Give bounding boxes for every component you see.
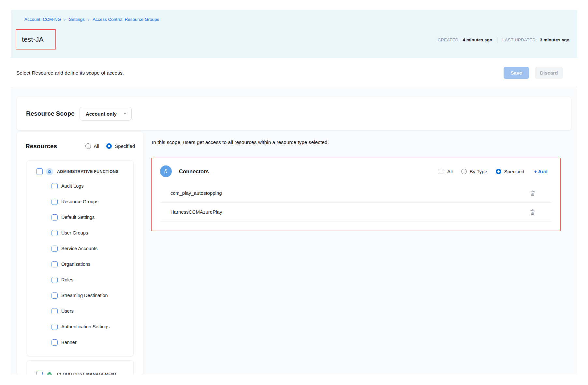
- connectors-radio-by-type[interactable]: By Type: [461, 169, 487, 174]
- group-header: $ CLOUD COST MANAGEMENT: [27, 368, 133, 375]
- connector-name: ccm_play_autostopping: [170, 190, 222, 196]
- radio-unselected-icon[interactable]: [439, 169, 444, 174]
- connectors-radio-all[interactable]: All: [439, 169, 453, 174]
- connectors-rows: ccm_play_autostopping: [160, 184, 551, 221]
- connectors-options: All By Type Specified + Add: [439, 169, 548, 174]
- resource-scope-card: Resource Scope Account only: [17, 97, 571, 130]
- breadcrumb-resource-groups[interactable]: Access Control: Resource Groups: [93, 17, 159, 22]
- resources-panel: Resources All Specified: [17, 132, 143, 375]
- connectors-header: Connectors All By Type Specified: [152, 161, 560, 182]
- item-checkbox[interactable]: [51, 277, 58, 283]
- toolbar-description: Select Resource and define its scope of …: [16, 70, 124, 76]
- resource-group-administrative-functions: ADMINISTRATIVE FUNCTIONS Audit Logs Reso…: [27, 160, 134, 356]
- chevron-right-icon: ›: [88, 17, 89, 22]
- resource-item-service-accounts: Service Accounts: [27, 241, 133, 256]
- page-title: test-JA: [22, 36, 44, 43]
- resource-scope-label: Resource Scope: [26, 110, 75, 117]
- page-header: Account: CCM-NG › Settings › Access Cont…: [11, 10, 577, 58]
- save-button[interactable]: Save: [504, 67, 529, 79]
- add-connector-button[interactable]: + Add: [534, 169, 548, 174]
- scope-note: In this scope, users get access to all r…: [152, 139, 329, 145]
- toolbar-actions: Save Discard: [504, 67, 563, 79]
- radio-selected-icon[interactable]: [106, 143, 112, 149]
- item-checkbox[interactable]: [51, 230, 58, 236]
- chevron-right-icon: ›: [64, 17, 66, 22]
- gear-icon: [46, 168, 53, 175]
- connector-row: ccm_play_autostopping: [160, 184, 551, 203]
- resource-item-roles: Roles: [27, 272, 133, 288]
- meta-divider: [497, 37, 497, 43]
- connector-row: HarnessCCMAzurePlay: [160, 203, 551, 221]
- resources-title: Resources: [25, 143, 57, 150]
- discard-button[interactable]: Discard: [535, 67, 563, 79]
- breadcrumb-account[interactable]: Account: CCM-NG: [24, 17, 61, 22]
- radio-unselected-icon[interactable]: [85, 143, 91, 149]
- item-checkbox[interactable]: [51, 246, 58, 252]
- last-updated-value: 3 minutes ago: [540, 37, 569, 42]
- resource-item-default-settings: Default Settings: [27, 209, 133, 225]
- resource-item-authentication-settings: Authentication Settings: [27, 319, 133, 335]
- created-label: CREATED:: [438, 37, 460, 42]
- delete-connector-button[interactable]: [529, 189, 537, 197]
- item-checkbox[interactable]: [51, 214, 58, 221]
- header-meta: CREATED: 4 minutes ago LAST UPDATED: 3 m…: [438, 37, 569, 43]
- group-title: ADMINISTRATIVE FUNCTIONS: [57, 169, 119, 174]
- resource-item-audit-logs: Audit Logs: [27, 178, 133, 194]
- resources-header: Resources All Specified: [17, 132, 143, 160]
- radio-unselected-icon[interactable]: [461, 169, 467, 174]
- item-checkbox[interactable]: [51, 339, 58, 346]
- item-checkbox[interactable]: [51, 261, 58, 267]
- resource-item-resource-groups: Resource Groups: [27, 194, 133, 209]
- resource-item-banner: Banner: [27, 335, 133, 350]
- group-title: CLOUD COST MANAGEMENT: [57, 372, 117, 375]
- resources-radio-specified[interactable]: Specified: [106, 143, 135, 149]
- cloud-dollar-icon: $: [46, 371, 53, 375]
- breadcrumb-settings[interactable]: Settings: [69, 17, 85, 22]
- group-checkbox[interactable]: [36, 371, 43, 375]
- group-checkbox[interactable]: [36, 168, 43, 175]
- resource-group-cloud-cost-management: $ CLOUD COST MANAGEMENT: [27, 360, 134, 375]
- resource-item-streaming-destination: Streaming Destination: [27, 288, 133, 303]
- last-updated-label: LAST UPDATED:: [502, 37, 537, 42]
- item-checkbox[interactable]: [51, 308, 58, 314]
- connectors-title: Connectors: [179, 168, 209, 175]
- group-header: ADMINISTRATIVE FUNCTIONS: [27, 165, 133, 178]
- resources-radio-all[interactable]: All: [85, 143, 99, 149]
- connectors-card: Connectors All By Type Specified: [151, 158, 561, 231]
- resource-item-organizations: Organizations: [27, 256, 133, 272]
- radio-selected-icon[interactable]: [496, 169, 501, 174]
- connector-fork-icon: [160, 165, 172, 177]
- delete-connector-button[interactable]: [529, 208, 537, 216]
- item-checkbox[interactable]: [51, 199, 58, 205]
- svg-text:$: $: [49, 373, 50, 375]
- trash-icon: [529, 211, 536, 216]
- item-checkbox[interactable]: [51, 183, 58, 189]
- created-value: 4 minutes ago: [463, 37, 492, 42]
- app-frame: Account: CCM-NG › Settings › Access Cont…: [11, 10, 577, 375]
- resource-item-users: Users: [27, 303, 133, 319]
- resource-item-user-groups: User Groups: [27, 225, 133, 241]
- resource-scope-dropdown[interactable]: Account only: [80, 107, 132, 121]
- connectors-radio-specified[interactable]: Specified: [496, 169, 524, 174]
- title-annotation-box: test-JA: [16, 29, 56, 50]
- chevron-down-icon: [123, 111, 127, 117]
- breadcrumb: Account: CCM-NG › Settings › Access Cont…: [24, 17, 159, 22]
- resource-scope-selected-value: Account only: [86, 111, 117, 117]
- page: Account: CCM-NG › Settings › Access Cont…: [0, 0, 588, 385]
- trash-icon: [529, 192, 536, 197]
- item-checkbox[interactable]: [51, 292, 58, 299]
- page-body: Resource Scope Account only Resources Al…: [11, 88, 577, 375]
- connector-name: HarnessCCMAzurePlay: [170, 209, 222, 215]
- item-checkbox[interactable]: [51, 324, 58, 330]
- toolbar: Select Resource and define its scope of …: [11, 58, 577, 88]
